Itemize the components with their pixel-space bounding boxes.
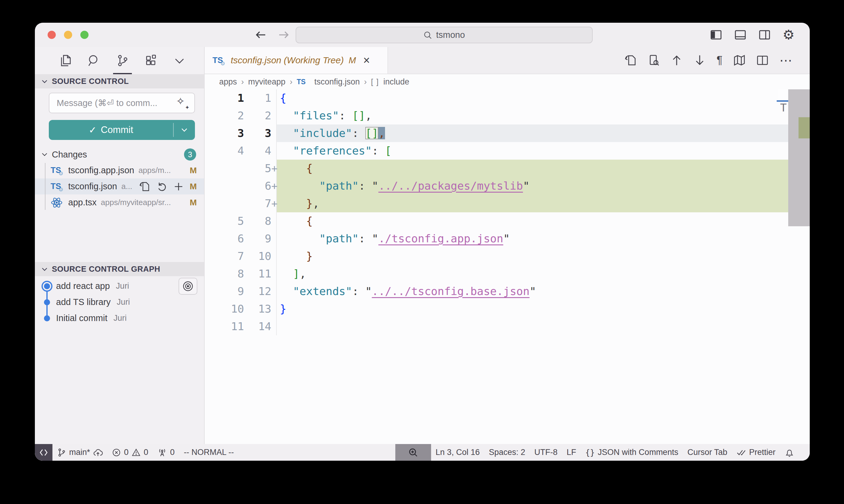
cursor-position-item[interactable]: Ln 3, Col 16 [431, 444, 484, 461]
changes-label: Changes [52, 150, 87, 160]
branch-status-item[interactable]: main* [52, 444, 107, 461]
next-change-arrow-down-icon[interactable] [694, 54, 706, 66]
changes-section-header[interactable]: Changes 3 [35, 147, 204, 162]
explorer-icon[interactable] [59, 47, 72, 74]
toggle-secondary-sidebar-icon[interactable] [758, 29, 771, 41]
new-line-number: 3 [244, 125, 271, 142]
code-line[interactable]: 58 { [205, 212, 810, 230]
commit-row[interactable]: add react appJuri [35, 278, 204, 294]
file-row[interactable]: app.tsxapps/myviteapp/sr...M [35, 195, 204, 211]
old-line-number: 3 [205, 125, 244, 142]
encoding-item[interactable]: UTF-8 [530, 444, 562, 461]
code-line[interactable]: 1114 [205, 318, 810, 335]
settings-gear-icon[interactable]: ⚙ [783, 28, 795, 41]
maximize-window-button[interactable] [80, 31, 88, 39]
old-line-number: 8 [205, 265, 244, 283]
close-window-button[interactable] [48, 31, 56, 39]
tab-tsconfig-working-tree[interactable]: TS⚙ tsconfig.json (Working Tree) M × [205, 47, 388, 74]
commit-row[interactable]: add TS libraryJuri [35, 294, 204, 310]
commit-button-group: ✓ Commit [49, 120, 195, 140]
vim-mode-indicator[interactable]: -- NORMAL -- [179, 444, 238, 461]
modified-badge: M [188, 166, 197, 175]
discard-changes-icon[interactable] [156, 181, 167, 192]
code-line[interactable]: 33 "include": [], [205, 125, 810, 142]
open-file-icon[interactable] [139, 181, 150, 192]
back-arrow-icon[interactable] [255, 29, 267, 41]
source-control-graph-header[interactable]: SOURCE CONTROL GRAPH [35, 262, 204, 276]
toggle-panel-icon[interactable] [734, 29, 746, 41]
commit-message-input[interactable]: Message (⌘⏎ to comm... ✧ ✦ [49, 93, 195, 113]
problems-status-item[interactable]: 0 0 [107, 444, 153, 461]
toggle-primary-sidebar-icon[interactable] [710, 29, 722, 41]
vscode-window: tsmono ⚙ [35, 23, 810, 461]
layout-controls: ⚙ [710, 28, 795, 41]
commit-row[interactable]: Initial commitJuri [35, 310, 204, 326]
breadcrumb-item-myviteapp[interactable]: myviteapp [248, 77, 286, 87]
file-row[interactable]: TS⚙tsconfig.jsona...M [35, 178, 204, 195]
tab-close-icon[interactable]: × [363, 55, 370, 66]
sidebar: SOURCE CONTROL Message (⌘⏎ to comm... ✧ … [35, 47, 205, 444]
checkout-target-button[interactable] [178, 278, 197, 295]
language-mode-item[interactable]: {} JSON with Comments [581, 444, 683, 461]
cloud-upload-icon [93, 448, 103, 457]
check-icon: ✓ [89, 125, 97, 136]
more-actions-icon[interactable]: ⋯ [779, 53, 793, 68]
ports-status-item[interactable]: 0 [153, 444, 179, 461]
forward-arrow-icon[interactable] [278, 29, 290, 41]
render-whitespace-pilcrow-icon[interactable]: ¶ [717, 54, 722, 67]
breadcrumb-item-apps[interactable]: apps [219, 77, 237, 87]
source-control-icon[interactable] [116, 47, 129, 74]
react-icon [51, 197, 63, 209]
open-file-icon[interactable] [624, 54, 637, 66]
views-chevron-down-icon[interactable] [173, 47, 186, 74]
search-sidebar-icon[interactable] [88, 47, 100, 74]
branch-name: main* [69, 448, 90, 457]
eol-item[interactable]: LF [562, 444, 581, 461]
code-line[interactable]: 7+ }, [205, 195, 810, 212]
commit-dot [44, 315, 50, 321]
code-line[interactable]: 912 "extends": "../../tsconfig.base.json… [205, 283, 810, 300]
file-path: a... [121, 182, 135, 191]
code-line[interactable]: 69 "path": "./tsconfig.app.json" [205, 230, 810, 248]
code-line[interactable]: 6+ "path": "../../packages/mytslib" [205, 177, 810, 195]
code-line[interactable]: 811 ], [205, 265, 810, 283]
status-bar: main* 0 0 0 -- NORMAL -- Ln 3, Col 16 Sp… [35, 444, 810, 461]
breadcrumb-item-include[interactable]: include [383, 77, 410, 87]
diff-editor[interactable]: 11{22 "files": [],33 "include": [],44 "r… [205, 89, 810, 444]
code-line-content: { [276, 160, 810, 177]
code-line[interactable]: 5+ { [205, 160, 810, 177]
code-line[interactable]: 11{ [205, 89, 810, 107]
minimize-window-button[interactable] [64, 31, 72, 39]
commit-dropdown-button[interactable] [174, 120, 195, 140]
stage-changes-plus-icon[interactable] [173, 181, 184, 192]
commit-button[interactable]: ✓ Commit [49, 120, 173, 140]
copilot-sparkle-icon[interactable]: ✧ ✦ [176, 96, 189, 110]
zoom-indicator[interactable] [395, 444, 431, 461]
commit-button-label: Commit [101, 125, 133, 136]
indentation-item[interactable]: Spaces: 2 [484, 444, 530, 461]
source-control-section-header[interactable]: SOURCE CONTROL [35, 74, 204, 88]
file-row[interactable]: TS⚙tsconfig.app.jsonapps/m...M [35, 162, 204, 178]
code-line[interactable]: 22 "files": [], [205, 107, 810, 125]
command-center-search[interactable]: tsmono [296, 26, 593, 43]
code-line[interactable]: 44 "references": [ [205, 142, 810, 160]
source-control-title: SOURCE CONTROL [52, 77, 129, 86]
ts-file-icon: TS⚙ [51, 182, 64, 191]
remote-indicator[interactable] [35, 444, 52, 461]
formatter-item[interactable]: Prettier [732, 444, 780, 461]
indentation-text: Spaces: 2 [489, 448, 525, 457]
previous-change-arrow-up-icon[interactable] [671, 54, 683, 66]
code-line[interactable]: 710 } [205, 248, 810, 265]
ts-file-icon: TS⚙ [212, 56, 226, 65]
breadcrumb-item-tsconfig[interactable]: tsconfig.json [314, 77, 360, 87]
editor-scrollbar[interactable] [788, 89, 810, 226]
inline-view-icon[interactable] [648, 54, 660, 66]
split-editor-icon[interactable] [756, 54, 769, 66]
ts-file-icon: TS⚙ [51, 166, 64, 175]
cursor-tab-item[interactable]: Cursor Tab [683, 444, 732, 461]
extensions-icon[interactable] [144, 47, 157, 74]
code-line[interactable]: 1013} [205, 300, 810, 318]
word-wrap-map-icon[interactable] [733, 54, 745, 66]
notifications-item[interactable] [780, 444, 799, 461]
encoding-text: UTF-8 [534, 448, 558, 457]
